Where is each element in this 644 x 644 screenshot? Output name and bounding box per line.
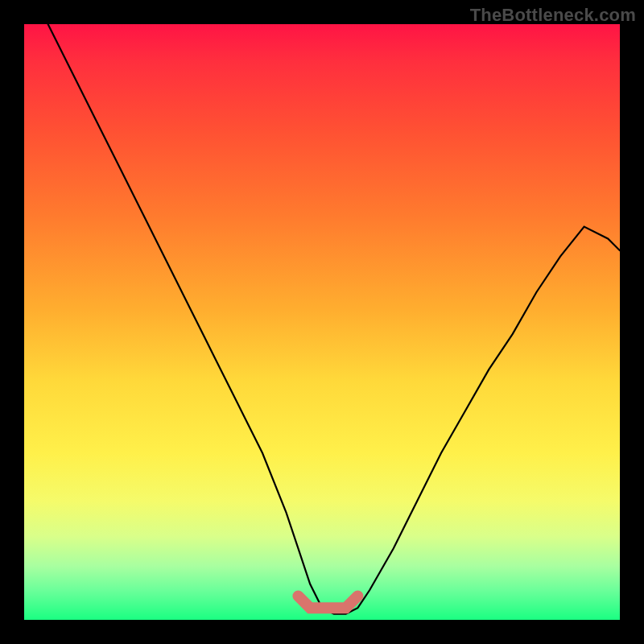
curve-minimum-marker [298,596,357,608]
curve-path [48,24,620,614]
plot-area [24,24,620,620]
bottleneck-curve [24,24,620,620]
watermark-text: TheBottleneck.com [470,5,636,26]
chart-frame: TheBottleneck.com [0,0,644,644]
